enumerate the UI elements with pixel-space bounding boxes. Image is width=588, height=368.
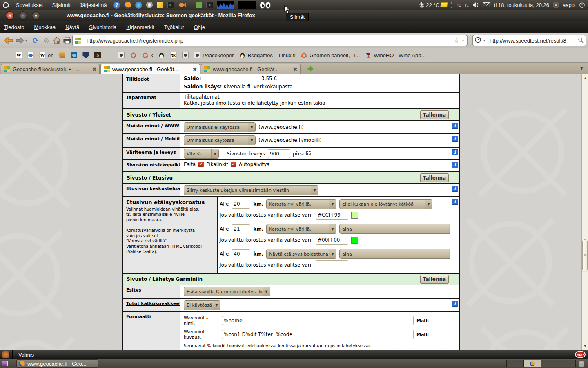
print-icon[interactable] <box>62 35 73 46</box>
leveys-input[interactable] <box>268 149 290 158</box>
url-text[interactable]: http://www.geocache.fi/register/index.ph… <box>87 38 451 44</box>
taskbar-window-button[interactable]: www.geocache.fi - Geo... <box>16 359 98 368</box>
bookmark-item[interactable]: WineHQ - Wine App... <box>365 52 425 58</box>
magnifier-icon[interactable] <box>578 37 584 44</box>
info-icon[interactable]: i <box>452 123 458 129</box>
menu-sovellukset[interactable]: Sovellukset <box>13 2 45 8</box>
monitor-icon[interactable] <box>238 1 256 9</box>
ubuntu-logo-icon[interactable] <box>2 1 9 9</box>
menu-tiedosto[interactable]: Tiedosto <box>4 24 24 30</box>
bookmark-item[interactable]: W <box>16 52 22 58</box>
workspace-4[interactable] <box>558 360 575 367</box>
window-close-button[interactable]: ✕ <box>6 11 14 20</box>
color-input[interactable] <box>316 260 348 269</box>
katkot-esto-link[interactable]: Kätköt joista ilmoitusta ei ole lähetytt… <box>184 100 325 106</box>
menu-jarjestelma[interactable]: Järjestelmä <box>77 2 109 8</box>
bookmark-item[interactable] <box>158 52 165 58</box>
search-engine-icon[interactable] <box>475 37 481 44</box>
condition-select[interactable]: aina▼ <box>339 249 450 259</box>
tab-keskustelu[interactable]: Geocache.fi keskustelu • L... ✖ <box>1 64 100 74</box>
bookmark-item[interactable] <box>82 52 89 58</box>
menu-sijainnit[interactable]: Sijainnit <box>49 2 73 8</box>
action-select[interactable]: Näytä etäisyys boldattuna▼ <box>266 249 336 259</box>
help-icon[interactable]: ? <box>113 2 120 9</box>
scroll-up-icon[interactable]: ▲ <box>582 75 588 81</box>
kuvakkeet-label-link[interactable]: Tutut kätkökuvakkeet <box>126 301 180 306</box>
tab-close-icon[interactable]: ✖ <box>293 67 297 72</box>
workspace-2-active[interactable] <box>524 360 541 367</box>
condition-select[interactable]: ellei kukaan ole löytänyt kätköä▼ <box>339 199 432 209</box>
menu-muokkaa[interactable]: Muokkaa <box>34 24 56 30</box>
valitse-taalta-link[interactable]: (Valitse täältä) <box>126 249 156 254</box>
window-maximize-button[interactable]: ∨ <box>32 11 40 20</box>
tab-geocache-2[interactable]: www.geocache.fi - Geokät... ✖ <box>201 64 301 74</box>
menu-sivuhistoria[interactable]: Sivuhistoria <box>89 24 116 30</box>
bookmark-item[interactable] <box>130 52 136 58</box>
adblock-icon[interactable]: ABP <box>575 351 586 358</box>
vertical-scrollbar[interactable]: ▲ ▼ <box>581 74 588 350</box>
info-icon[interactable]: i <box>452 301 458 307</box>
cpu-graph-icon[interactable] <box>217 1 234 9</box>
url-bar[interactable]: http://www.geocache.fi/register/index.ph… <box>72 35 468 46</box>
color-input[interactable] <box>316 236 348 245</box>
autopaivitys-checkbox[interactable] <box>231 162 236 167</box>
waypoint-nimi-input[interactable] <box>222 316 414 325</box>
back-history-dropdown-icon[interactable]: ▼ <box>24 35 29 46</box>
power-icon[interactable] <box>578 1 586 9</box>
bookmark-item[interactable] <box>182 52 189 58</box>
scroll-down-icon[interactable]: ▼ <box>582 343 588 349</box>
workspace-switcher[interactable] <box>506 360 576 367</box>
fish-icon[interactable] <box>178 1 186 9</box>
tallenna-button[interactable]: Tallenna <box>420 275 449 284</box>
bookmark-item[interactable] <box>4 52 10 58</box>
keskustelualue-select[interactable]: Siirry keskusteluketjun viimeisimpään vi… <box>184 185 318 195</box>
tallenna-button[interactable]: Tallenna <box>420 110 449 119</box>
bookmark-item[interactable]: Gnomen paneeli, Li... <box>301 52 360 58</box>
tallenna-button[interactable]: Tallenna <box>420 173 449 182</box>
km-input[interactable] <box>232 200 250 209</box>
username[interactable]: aapo <box>563 2 575 8</box>
km-input[interactable] <box>232 224 250 233</box>
menu-ohje[interactable]: Ohje <box>194 24 205 30</box>
menu-nayta[interactable]: Näytä <box>65 24 79 30</box>
terminal-icon[interactable]: >_ <box>167 2 174 8</box>
pikalinkit-checkbox[interactable] <box>198 162 204 167</box>
menu-kirjanmerkit[interactable]: Kirjanmerkit <box>126 24 154 30</box>
color-input[interactable] <box>316 211 348 220</box>
search-text[interactable]: http://www.speedtest.net/result/8 <box>490 38 576 44</box>
bookmark-star-icon[interactable]: ☆ <box>454 37 459 44</box>
panel-grip[interactable] <box>190 2 192 8</box>
info-icon[interactable]: i <box>452 186 458 192</box>
workspace-3[interactable] <box>541 360 558 367</box>
bookmark-item[interactable] <box>106 52 113 58</box>
window-minimize-button[interactable]: ▪ <box>19 11 27 20</box>
muista-mobiili-select[interactable]: Ominaisuus käytössä▼ <box>184 135 256 145</box>
bookmark-item[interactable]: S <box>94 52 101 58</box>
bookmark-item[interactable]: Bsdgames – Linux.fi <box>239 52 296 58</box>
url-dropdown-icon[interactable]: ▼ <box>461 39 465 43</box>
bookmark-item[interactable]: tk <box>170 52 177 58</box>
waypoint-kuvaus-input[interactable] <box>222 330 414 339</box>
bookmark-item[interactable]: Wen <box>39 52 53 58</box>
reload-icon[interactable]: ⟳ <box>30 35 41 46</box>
menu-tyokalut[interactable]: Työkalut <box>164 24 184 30</box>
tilitapahtumat-link[interactable]: Tilitapahtumat <box>184 94 220 100</box>
thunderbird-icon[interactable] <box>135 2 142 9</box>
tab-close-icon[interactable]: ✖ <box>92 67 96 72</box>
info-icon[interactable]: i <box>452 199 458 205</box>
bookmark-item[interactable]: Peacekeeper <box>194 52 234 58</box>
bookmark-item[interactable] <box>118 52 125 58</box>
muista-www-select[interactable]: Ominaisuus ei käytössä▼ <box>184 122 256 132</box>
tab-close-icon[interactable]: ✖ <box>193 67 197 72</box>
condition-select[interactable]: aina▼ <box>339 224 450 234</box>
km-input[interactable] <box>232 249 250 258</box>
network-arrows-icon[interactable]: ↑↓ <box>457 2 461 8</box>
tab-list-dropdown-icon[interactable]: ▼ <box>579 66 584 71</box>
scrollbar-thumb[interactable] <box>582 239 588 272</box>
bookmark-item[interactable]: k <box>142 52 153 58</box>
tab-geocache-active[interactable]: www.geocache.fi - Geokät... ✖ <box>100 64 200 74</box>
back-icon[interactable] <box>3 35 14 46</box>
show-desktop-icon[interactable] <box>2 361 8 366</box>
volume-icon[interactable] <box>472 1 479 9</box>
search-bar[interactable]: ▼ http://www.speedtest.net/result/8 <box>472 35 586 46</box>
